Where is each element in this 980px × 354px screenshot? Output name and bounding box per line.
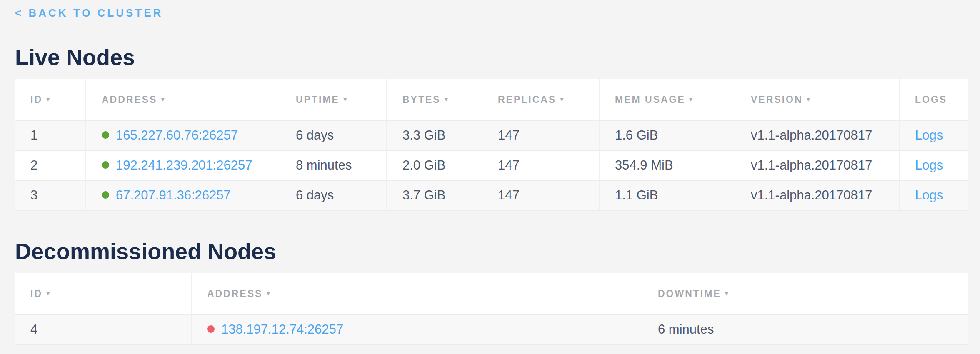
nodes-page: < BACK TO CLUSTER Live Nodes ID▾ ADDRESS… [0, 0, 980, 345]
logs-link[interactable]: Logs [915, 158, 943, 172]
decommissioned-nodes-title: Decommissioned Nodes [15, 239, 968, 263]
column-header-label: ADDRESS [102, 94, 157, 105]
node-version-cell: v1.1-alpha.20170817 [735, 121, 900, 151]
column-header-mem-usage[interactable]: MEM USAGE▾ [600, 79, 735, 121]
node-id-cell: 1 [15, 121, 86, 151]
node-bytes-cell: 3.3 GiB [387, 121, 482, 151]
node-replicas-cell: 147 [482, 121, 600, 151]
node-replicas-cell: 147 [482, 181, 600, 211]
node-downtime-cell: 6 minutes [642, 315, 968, 345]
node-address-link[interactable]: 138.197.12.74:26257 [221, 322, 343, 337]
node-mem-usage-cell: 1.6 GiB [600, 121, 735, 151]
column-header-replicas[interactable]: REPLICAS▾ [482, 79, 600, 121]
column-header-id[interactable]: ID▾ [15, 273, 192, 315]
node-mem-usage-cell: 354.9 MiB [600, 151, 735, 181]
live-status-dot-icon [102, 161, 109, 169]
column-header-uptime[interactable]: UPTIME▾ [280, 79, 387, 121]
column-header-logs: LOGS [900, 79, 968, 121]
node-bytes-cell: 3.7 GiB [387, 181, 482, 211]
column-header-version[interactable]: VERSION▾ [735, 79, 900, 121]
column-header-label: ID [30, 288, 42, 299]
sort-arrow-icon: ▾ [689, 95, 694, 103]
sort-arrow-icon: ▾ [445, 95, 450, 103]
node-address-link[interactable]: 165.227.60.76:26257 [116, 128, 238, 142]
node-address-cell: 192.241.239.201:26257 [86, 151, 280, 181]
sort-arrow-icon: ▾ [560, 95, 565, 103]
node-version-cell: v1.1-alpha.20170817 [735, 151, 900, 181]
column-header-label: BYTES [402, 94, 441, 105]
node-uptime-cell: 6 days [280, 181, 387, 211]
column-header-label: UPTIME [296, 94, 340, 105]
node-address-link[interactable]: 67.207.91.36:26257 [116, 188, 231, 202]
sort-arrow-icon: ▾ [266, 289, 271, 297]
node-address-cell: 165.227.60.76:26257 [86, 121, 280, 151]
decommissioned-nodes-header-row: ID▾ ADDRESS▾ DOWNTIME▾ [15, 273, 968, 315]
column-header-label: ID [30, 94, 42, 105]
node-uptime-cell: 6 days [280, 121, 387, 151]
table-row: 3 67.207.91.36:26257 6 days 3.7 GiB 147 … [15, 181, 968, 211]
node-address-link[interactable]: 192.241.239.201:26257 [116, 158, 252, 172]
table-row: 4 138.197.12.74:26257 6 minutes [15, 315, 968, 345]
sort-arrow-icon: ▾ [161, 95, 166, 103]
column-header-id[interactable]: ID▾ [15, 79, 86, 121]
logs-link[interactable]: Logs [915, 128, 943, 142]
node-id-cell: 3 [15, 181, 86, 211]
column-header-bytes[interactable]: BYTES▾ [387, 79, 482, 121]
column-header-label: VERSION [751, 94, 803, 105]
column-header-label: MEM USAGE [615, 94, 685, 105]
decommissioned-status-dot-icon [207, 325, 215, 333]
node-replicas-cell: 147 [482, 151, 600, 181]
sort-arrow-icon: ▾ [725, 289, 730, 297]
sort-arrow-icon: ▾ [46, 289, 51, 297]
sort-arrow-icon: ▾ [343, 95, 348, 103]
live-nodes-table: ID▾ ADDRESS▾ UPTIME▾ BYTES▾ REPLICAS▾ ME… [15, 79, 968, 211]
sort-arrow-icon: ▾ [807, 95, 812, 103]
node-version-cell: v1.1-alpha.20170817 [735, 181, 900, 211]
node-id-cell: 2 [15, 151, 86, 181]
node-logs-cell: Logs [900, 181, 968, 211]
node-logs-cell: Logs [900, 121, 968, 151]
column-header-label: REPLICAS [498, 94, 556, 105]
node-id-cell: 4 [15, 315, 192, 345]
node-bytes-cell: 2.0 GiB [387, 151, 482, 181]
decommissioned-nodes-table: ID▾ ADDRESS▾ DOWNTIME▾ 4 138.197.12.74:2… [15, 273, 968, 345]
column-header-label: LOGS [915, 94, 947, 105]
node-mem-usage-cell: 1.1 GiB [600, 181, 735, 211]
column-header-label: DOWNTIME [658, 288, 721, 299]
live-status-dot-icon [102, 131, 109, 139]
sort-arrow-icon: ▾ [46, 95, 51, 103]
logs-link[interactable]: Logs [915, 188, 943, 202]
column-header-downtime[interactable]: DOWNTIME▾ [642, 273, 968, 315]
back-to-cluster-link[interactable]: < BACK TO CLUSTER [15, 7, 163, 19]
node-address-cell: 138.197.12.74:26257 [192, 315, 642, 345]
node-logs-cell: Logs [900, 151, 968, 181]
live-nodes-header-row: ID▾ ADDRESS▾ UPTIME▾ BYTES▾ REPLICAS▾ ME… [15, 79, 968, 121]
live-status-dot-icon [102, 191, 109, 199]
column-header-label: ADDRESS [207, 288, 262, 299]
column-header-address[interactable]: ADDRESS▾ [192, 273, 642, 315]
column-header-address[interactable]: ADDRESS▾ [86, 79, 280, 121]
live-nodes-title: Live Nodes [15, 45, 968, 69]
table-row: 2 192.241.239.201:26257 8 minutes 2.0 Gi… [15, 151, 968, 181]
node-uptime-cell: 8 minutes [280, 151, 387, 181]
node-address-cell: 67.207.91.36:26257 [86, 181, 280, 211]
table-row: 1 165.227.60.76:26257 6 days 3.3 GiB 147… [15, 121, 968, 151]
